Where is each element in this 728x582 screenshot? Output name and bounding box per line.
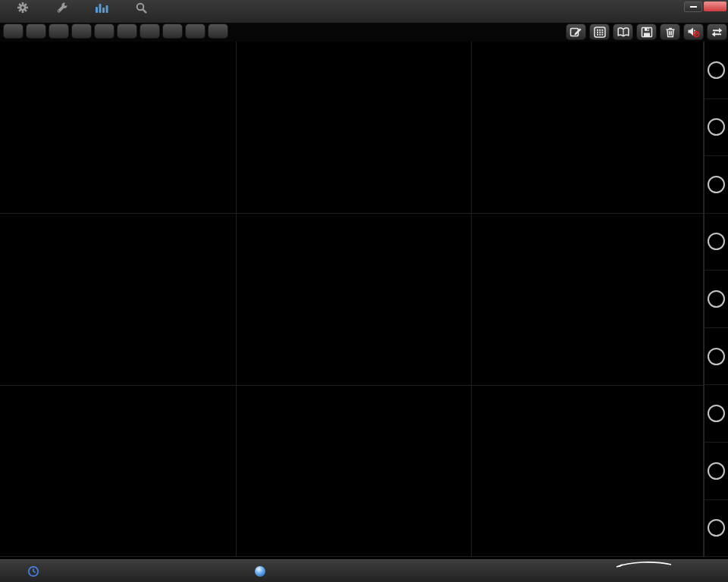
tab-7[interactable] bbox=[140, 23, 160, 39]
legend bbox=[242, 59, 258, 86]
tab-row bbox=[0, 23, 728, 42]
panel-header bbox=[237, 42, 471, 55]
magnifier-icon bbox=[135, 2, 147, 17]
status-led bbox=[708, 176, 725, 193]
panel-round-gauge bbox=[0, 386, 237, 557]
title-bar bbox=[0, 0, 728, 23]
panel-compass bbox=[472, 386, 704, 557]
dashboard-grid bbox=[0, 42, 704, 557]
tab-5[interactable] bbox=[94, 23, 115, 39]
legend-high-swatch bbox=[242, 59, 253, 70]
tab-8[interactable] bbox=[162, 23, 183, 39]
page-tabs bbox=[3, 23, 228, 39]
grid-button[interactable] bbox=[589, 23, 610, 40]
round-gauge bbox=[1, 399, 234, 545]
led-sidebar bbox=[704, 42, 728, 557]
status-led bbox=[708, 290, 725, 308]
color-scale-gauge bbox=[1, 227, 234, 373]
led-cell[interactable] bbox=[704, 328, 728, 386]
panel-bar-chart bbox=[0, 42, 237, 214]
led-cell[interactable] bbox=[704, 42, 728, 99]
save-button[interactable] bbox=[636, 23, 657, 40]
panel-line-chart bbox=[237, 214, 472, 386]
panel-header bbox=[472, 42, 703, 55]
bar-chart bbox=[1, 55, 234, 201]
panel-header bbox=[472, 386, 703, 399]
led-cell[interactable] bbox=[704, 271, 728, 328]
book-icon bbox=[617, 27, 630, 38]
legend-low-swatch bbox=[5, 245, 17, 256]
line-chart bbox=[237, 227, 471, 373]
refresh-button[interactable] bbox=[707, 23, 727, 40]
status-led bbox=[708, 519, 725, 537]
delete-button[interactable] bbox=[660, 23, 680, 40]
status-led bbox=[708, 233, 725, 250]
grid-icon bbox=[594, 27, 606, 38]
panel-header bbox=[237, 386, 471, 399]
legend-high-swatch bbox=[477, 231, 488, 242]
minimize-icon bbox=[690, 6, 697, 8]
speaker-mute-icon bbox=[687, 26, 700, 38]
legend bbox=[5, 403, 21, 430]
panel-header bbox=[0, 214, 236, 227]
legend-high-swatch bbox=[242, 403, 253, 415]
trash-icon bbox=[664, 27, 676, 38]
status-led bbox=[708, 61, 725, 79]
toolbar bbox=[566, 23, 727, 40]
minimize-button[interactable] bbox=[684, 2, 702, 12]
exit-button[interactable] bbox=[704, 2, 726, 11]
legend-high-swatch bbox=[5, 403, 17, 415]
led-cell[interactable] bbox=[704, 214, 728, 271]
nav-history-button[interactable] bbox=[121, 0, 161, 23]
status-led bbox=[708, 118, 725, 136]
gear-icon bbox=[17, 2, 29, 17]
led-cell[interactable] bbox=[704, 99, 728, 157]
mode-sphere-icon bbox=[255, 566, 265, 577]
nav-live-button[interactable] bbox=[82, 0, 121, 23]
live-bars-icon bbox=[95, 2, 108, 17]
legend bbox=[477, 231, 493, 258]
panel-color-bar bbox=[0, 214, 237, 386]
panel-thermometer bbox=[472, 214, 704, 386]
wrench-icon bbox=[56, 2, 68, 17]
panel-header bbox=[237, 214, 471, 227]
nav-system-button[interactable] bbox=[3, 0, 42, 23]
led-cell[interactable] bbox=[704, 156, 728, 214]
nav-function-button[interactable] bbox=[42, 0, 82, 23]
panel-header bbox=[0, 42, 236, 55]
tab-2[interactable] bbox=[26, 23, 46, 39]
led-cell[interactable] bbox=[704, 500, 728, 558]
panel-header bbox=[472, 214, 703, 227]
edit-button[interactable] bbox=[566, 23, 586, 40]
tube-level-gauge bbox=[237, 399, 471, 545]
tab-6[interactable] bbox=[117, 23, 137, 39]
status-led bbox=[708, 462, 725, 480]
legend-low-swatch bbox=[242, 73, 253, 84]
ultimate-client-window bbox=[0, 0, 728, 582]
save-icon bbox=[641, 27, 653, 38]
tab-9[interactable] bbox=[185, 23, 206, 39]
clock-icon bbox=[27, 565, 39, 580]
area-chart bbox=[472, 55, 706, 201]
led-cell[interactable] bbox=[704, 443, 728, 500]
mute-button[interactable] bbox=[683, 23, 704, 40]
legend-low-swatch bbox=[242, 417, 253, 428]
status-bar bbox=[0, 559, 728, 582]
status-led bbox=[708, 405, 725, 422]
tab-4[interactable] bbox=[71, 23, 92, 39]
swap-arrows-icon bbox=[711, 27, 723, 38]
led-cell[interactable] bbox=[704, 385, 728, 443]
tab-10[interactable] bbox=[208, 23, 228, 39]
compass-gauge bbox=[472, 399, 706, 545]
status-led bbox=[708, 348, 725, 365]
tab-1[interactable] bbox=[3, 23, 24, 39]
panel-header bbox=[0, 386, 236, 399]
book-button[interactable] bbox=[613, 23, 633, 40]
panel-area-chart bbox=[472, 42, 704, 214]
legend-low-swatch bbox=[477, 245, 488, 256]
legend-low-swatch bbox=[5, 417, 17, 428]
panel-semi-gauge bbox=[237, 42, 472, 214]
edit-icon bbox=[570, 26, 582, 38]
tab-3[interactable] bbox=[49, 23, 69, 39]
panel-tube-gauge bbox=[237, 386, 472, 557]
